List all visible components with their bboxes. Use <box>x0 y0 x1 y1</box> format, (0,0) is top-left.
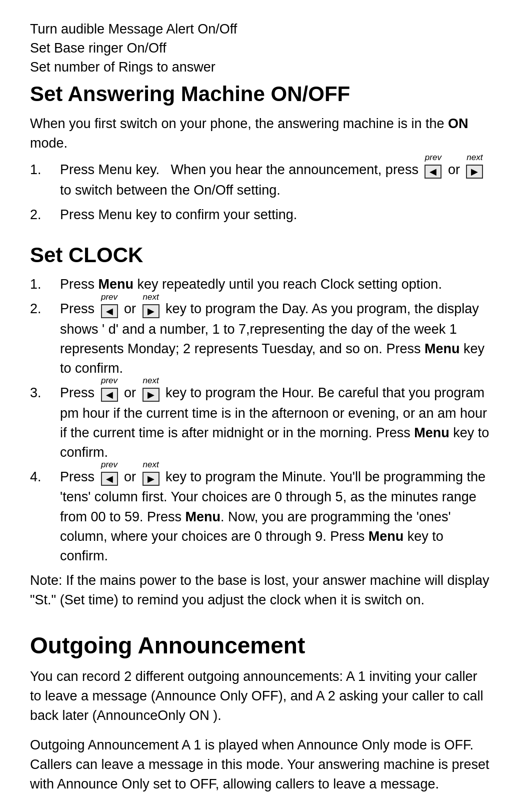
prev-icon-2: ◀ <box>101 304 118 318</box>
answering-steps: 1. Press Menu key. When you hear the ann… <box>30 160 490 225</box>
prev-btn-wrapper-2: prev ◀ <box>101 300 118 320</box>
prev-label-4: prev <box>101 459 118 471</box>
clock-menu-bold-4a: Menu <box>186 509 221 524</box>
answering-intro-text: When you first switch on your phone, the… <box>30 116 448 131</box>
clock-step-3: 3. Press prev ◀ or next ▶ key to program… <box>30 383 490 462</box>
prev-icon-1: ◀ <box>424 165 442 179</box>
clock-step-3-content: Press prev ◀ or next ▶ key to program th… <box>60 383 490 462</box>
step-1-content: Press Menu key. When you hear the announ… <box>60 160 490 200</box>
clock-menu-bold-3: Menu <box>414 425 450 440</box>
step-2-content: Press Menu key to confirm your setting. <box>60 205 490 225</box>
clock-step-num-4: 4. <box>30 467 60 487</box>
clock-menu-bold-2: Menu <box>424 341 460 356</box>
clock-step-1: 1. Press Menu key repeatedly until you r… <box>30 275 490 294</box>
clock-step-num-2: 2. <box>30 299 60 319</box>
prev-btn-wrapper-3: prev ◀ <box>101 384 118 403</box>
clock-note: Note: If the mains power to the base is … <box>30 571 490 610</box>
prev-label-3: prev <box>101 375 118 387</box>
clock-menu-bold-1: Menu <box>98 277 134 292</box>
next-icon-4: ▶ <box>142 472 160 486</box>
outgoing-para-2: Outgoing Announcement A 1 is played when… <box>30 735 490 794</box>
next-icon-2: ▶ <box>142 304 160 318</box>
clock-step-4-content: Press prev ◀ or next ▶ key to program th… <box>60 467 490 566</box>
clock-step-num-3: 3. <box>30 383 60 403</box>
next-btn-wrapper-1: next ▶ <box>466 161 483 180</box>
prev-icon-3: ◀ <box>101 388 118 402</box>
clock-step-1-content: Press Menu key repeatedly until you reac… <box>60 275 490 294</box>
step-1-after: to switch between the On/Off setting. <box>60 183 280 198</box>
next-btn-wrapper-3: next ▶ <box>142 384 160 403</box>
next-label-3: next <box>142 375 158 387</box>
next-label-2: next <box>142 291 158 304</box>
next-btn-wrapper-4: next ▶ <box>142 468 160 487</box>
next-label-1: next <box>466 152 482 164</box>
page-content: Turn audible Message Alert On/Off Set Ba… <box>30 20 490 812</box>
clock-step-2-content: Press prev ◀ or next ▶ key to program th… <box>60 299 490 378</box>
clock-step-4: 4. Press prev ◀ or next ▶ key to program… <box>30 467 490 566</box>
clock-steps: 1. Press Menu key repeatedly until you r… <box>30 275 490 566</box>
step-num-2: 2. <box>30 205 60 225</box>
answering-intro-para: When you first switch on your phone, the… <box>30 114 490 153</box>
outgoing-title: Outgoing Announcement <box>30 632 490 659</box>
intro-line-1: Turn audible Message Alert On/Off <box>30 20 490 39</box>
next-btn-wrapper-2: next ▶ <box>142 300 160 320</box>
answering-on-bold: ON <box>448 116 468 131</box>
clock-title: Set CLOCK <box>30 243 490 268</box>
step-num-1: 1. <box>30 160 60 180</box>
prev-label-1: prev <box>425 152 442 164</box>
clock-step-2: 2. Press prev ◀ or next ▶ key to program… <box>30 299 490 378</box>
answering-step-1: 1. Press Menu key. When you hear the ann… <box>30 160 490 200</box>
prev-btn-wrapper-4: prev ◀ <box>101 468 118 487</box>
or-text-1: or <box>448 162 464 177</box>
next-label-4: next <box>142 459 158 471</box>
answering-intro-mode: mode. <box>30 136 68 151</box>
clock-menu-bold-4b: Menu <box>368 529 404 544</box>
next-icon-3: ▶ <box>142 388 160 402</box>
outgoing-para-1: You can record 2 different outgoing anno… <box>30 667 490 725</box>
prev-btn-wrapper-1: prev ◀ <box>424 161 442 180</box>
intro-line-2: Set Base ringer On/Off <box>30 39 490 58</box>
answering-step-2: 2. Press Menu key to confirm your settin… <box>30 205 490 225</box>
prev-label-2: prev <box>101 291 118 304</box>
next-icon-1: ▶ <box>466 165 483 179</box>
intro-lines: Turn audible Message Alert On/Off Set Ba… <box>30 20 490 77</box>
prev-icon-4: ◀ <box>101 472 118 486</box>
intro-line-3: Set number of Rings to answer <box>30 58 490 77</box>
answering-machine-title: Set Answering Machine ON/OFF <box>30 82 490 107</box>
clock-step-num-1: 1. <box>30 275 60 294</box>
